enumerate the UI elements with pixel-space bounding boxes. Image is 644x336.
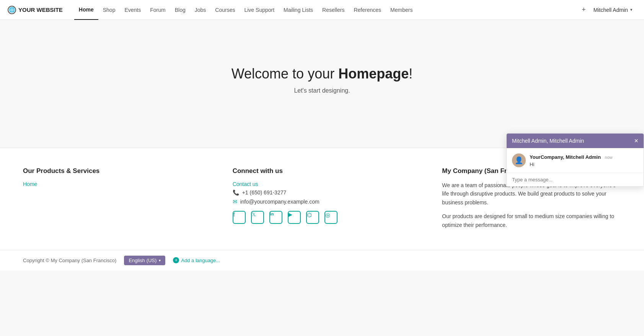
hero-section: Welcome to your Homepage! Let's start de…: [0, 20, 644, 148]
nav-link-forum[interactable]: Forum: [145, 0, 170, 20]
nav-link-mailing-lists[interactable]: Mailing Lists: [279, 0, 318, 20]
language-caret-icon: ▾: [159, 258, 161, 263]
chat-msg-content: YourCompany, Mitchell Admin now Hi: [530, 153, 638, 167]
language-label: English (US): [129, 258, 157, 263]
add-language-label: Add a language...: [181, 258, 220, 263]
chat-message: 👤 YourCompany, Mitchell Admin now Hi: [512, 153, 638, 167]
chat-msg-text: Hi: [530, 161, 638, 167]
phone-item: 📞 +1 (650) 691-3277: [233, 189, 412, 196]
footer-company-text2: Our products are designed for small to m…: [442, 212, 621, 229]
hero-title-start: Welcome to your: [232, 66, 338, 82]
phone-icon: 📞: [233, 189, 239, 196]
footer-col2-heading: Connect with us: [233, 167, 412, 175]
hero-title: Welcome to your Homepage!: [8, 66, 636, 82]
language-selector-button[interactable]: English (US) ▾: [124, 256, 165, 265]
nav-link-resellers[interactable]: Resellers: [318, 0, 349, 20]
chat-msg-time: now: [605, 155, 613, 160]
nav-link-references[interactable]: References: [349, 0, 386, 20]
brand-logo[interactable]: 🌐 YOUR WEBSITE: [8, 6, 63, 14]
nav-link-live-support[interactable]: Live Support: [240, 0, 279, 20]
github-icon[interactable]: ⌬: [306, 211, 319, 224]
chat-input[interactable]: [512, 177, 638, 183]
footer-company-text: We are a team of passionate people whose…: [442, 181, 621, 229]
hero-subtitle: Let's start designing.: [8, 87, 636, 94]
chat-popup: Mitchell Admin, Mitchell Admin × 👤 YourC…: [506, 133, 644, 187]
chat-header-title: Mitchell Admin, Mitchell Admin: [512, 138, 584, 144]
instagram-icon[interactable]: ◎: [324, 211, 337, 224]
chat-msg-sender: YourCompany, Mitchell Admin: [530, 154, 601, 160]
nav-user-menu[interactable]: Mitchell Admin ▾: [590, 7, 636, 13]
add-language-plus-icon: +: [173, 257, 179, 263]
twitter-icon[interactable]: 𝕏: [251, 211, 264, 224]
hero-title-end: !: [409, 66, 412, 82]
copyright-text: Copyright © My Company (San Francisco): [23, 258, 116, 263]
email-address: info@yourcompany.example.com: [240, 199, 320, 205]
globe-icon: 🌐: [8, 6, 16, 14]
add-language-link[interactable]: + Add a language...: [173, 257, 220, 263]
navbar: 🌐 YOUR WEBSITE HomeShopEventsForumBlogJo…: [0, 0, 644, 20]
nav-plus-button[interactable]: +: [578, 0, 590, 20]
phone-number: +1 (650) 691-3277: [242, 189, 287, 196]
nav-link-events[interactable]: Events: [120, 0, 145, 20]
hero-title-bold: Homepage: [338, 66, 409, 82]
chat-close-button[interactable]: ×: [634, 137, 638, 144]
social-icons: f 𝕏 in ▶ ⌬ ◎: [233, 211, 412, 226]
youtube-icon[interactable]: ▶: [288, 211, 301, 224]
contact-us-link[interactable]: Contact us: [233, 181, 412, 187]
chat-input-area: [507, 173, 644, 186]
footer-bottom: Copyright © My Company (San Francisco) E…: [0, 250, 644, 271]
brand-name: YOUR WEBSITE: [18, 7, 63, 13]
email-icon: ✉: [233, 199, 237, 205]
footer-col1-heading: Our Products & Services: [23, 167, 202, 175]
nav-link-jobs[interactable]: Jobs: [190, 0, 211, 20]
nav-link-courses[interactable]: Courses: [210, 0, 240, 20]
chat-avatar: 👤: [512, 153, 526, 167]
nav-link-shop[interactable]: Shop: [98, 0, 120, 20]
footer-col-products: Our Products & Services Home: [23, 167, 202, 235]
nav-user-name: Mitchell Admin: [593, 7, 628, 13]
chat-header: Mitchell Admin, Mitchell Admin ×: [507, 134, 644, 148]
nav-user-caret: ▾: [630, 7, 633, 12]
linkedin-icon[interactable]: in: [269, 211, 282, 224]
footer-col-connect: Connect with us Contact us 📞 +1 (650) 69…: [233, 167, 412, 235]
nav-link-members[interactable]: Members: [386, 0, 417, 20]
nav-link-home[interactable]: Home: [74, 0, 98, 20]
facebook-icon[interactable]: f: [233, 211, 246, 224]
nav-links: HomeShopEventsForumBlogJobsCoursesLive S…: [74, 0, 578, 20]
email-item: ✉ info@yourcompany.example.com: [233, 199, 412, 205]
footer-home-link[interactable]: Home: [23, 181, 202, 187]
chat-body: 👤 YourCompany, Mitchell Admin now Hi: [507, 148, 644, 173]
nav-link-blog[interactable]: Blog: [170, 0, 190, 20]
